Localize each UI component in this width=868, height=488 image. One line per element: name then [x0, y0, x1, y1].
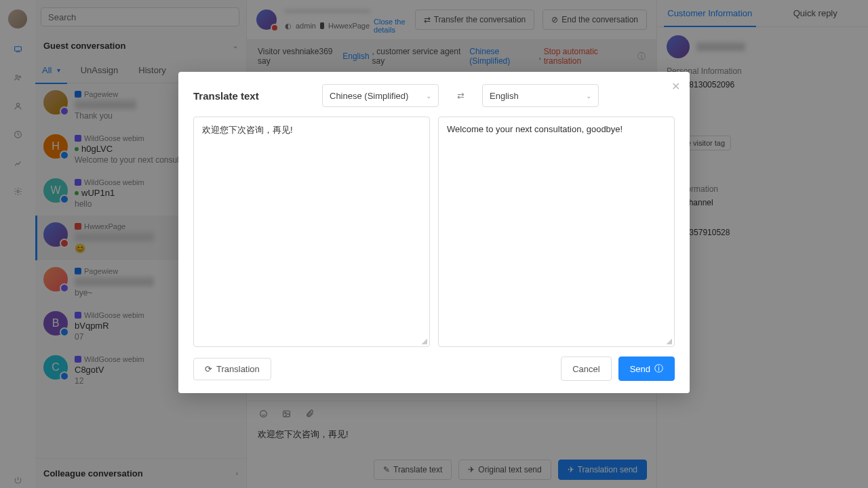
refresh-icon: ⟳	[205, 364, 212, 374]
modal-title: Translate text	[193, 90, 309, 102]
source-textarea[interactable]: 欢迎您下次咨询，再见!	[193, 117, 430, 347]
send-button[interactable]: Send ⓘ	[618, 357, 675, 381]
close-icon[interactable]: ✕	[671, 80, 680, 93]
chevron-down-icon: ⌄	[426, 92, 431, 100]
swap-languages-icon[interactable]: ⇄	[452, 87, 469, 104]
target-textarea[interactable]: Welcome to your next consultation, goodb…	[438, 117, 675, 347]
source-language-select[interactable]: Chinese (Simplified)⌄	[322, 84, 439, 107]
help-icon: ⓘ	[654, 363, 663, 375]
translate-modal: ✕ Translate text Chinese (Simplified)⌄ ⇄…	[178, 72, 690, 393]
modal-overlay[interactable]: ✕ Translate text Chinese (Simplified)⌄ ⇄…	[0, 0, 868, 488]
translation-button[interactable]: ⟳Translation	[193, 358, 271, 380]
target-language-select[interactable]: English⌄	[482, 84, 599, 107]
cancel-button[interactable]: Cancel	[561, 357, 611, 381]
chevron-down-icon: ⌄	[586, 92, 591, 100]
